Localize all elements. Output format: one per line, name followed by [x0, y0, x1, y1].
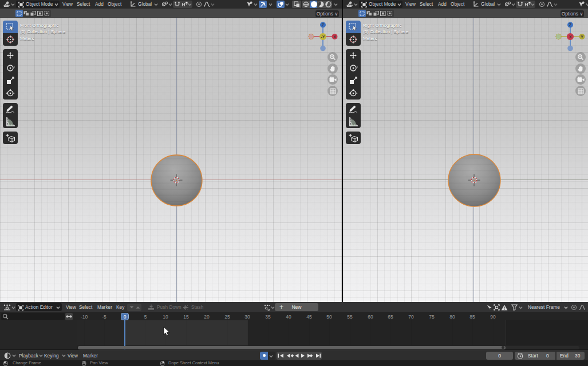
- svg-text:X: X: [333, 35, 336, 39]
- svg-text:-Y: -Y: [321, 35, 325, 39]
- svg-text:Z: Z: [569, 23, 572, 27]
- svg-text:Y: Y: [581, 35, 583, 39]
- svg-text:X: X: [569, 35, 572, 39]
- svg-text:Z: Z: [322, 23, 325, 27]
